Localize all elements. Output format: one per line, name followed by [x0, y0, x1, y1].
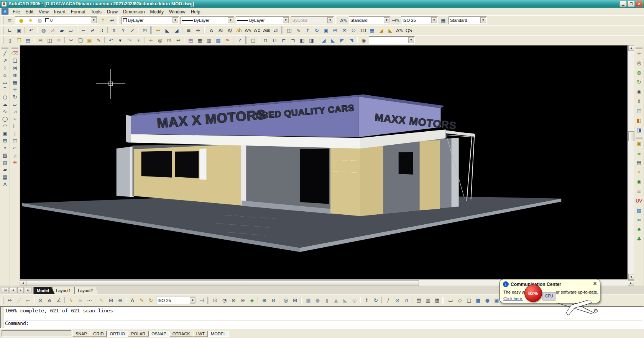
ucs-face-icon[interactable]: ▰	[58, 26, 66, 34]
multiline-text-icon[interactable]: A	[207, 26, 215, 34]
flat-shaded-icon[interactable]: ■	[474, 297, 482, 304]
cylinder-icon[interactable]: ▮	[322, 297, 331, 304]
region-mass-properties-icon[interactable]: ◢	[172, 26, 181, 34]
dropdown-arrow-icon[interactable]: ▼	[384, 17, 389, 23]
circle-icon[interactable]: ○	[1, 93, 9, 101]
toolbar-grip[interactable]	[203, 26, 205, 34]
text-style-combo[interactable]: Standard ▼	[349, 16, 390, 24]
top-view-icon[interactable]: ⊓	[261, 36, 269, 44]
find-and-replace-icon[interactable]: ab	[235, 26, 243, 34]
background-icon[interactable]: ▩	[635, 207, 643, 214]
ucs-world-icon[interactable]: ◍	[39, 26, 48, 34]
layer-lock-icon[interactable]: ◍	[35, 16, 44, 24]
area-icon[interactable]: ◣	[163, 26, 171, 34]
aligned-dimension-icon[interactable]: ⋰	[15, 297, 23, 304]
new-icon[interactable]: ▯	[5, 36, 14, 44]
open-icon[interactable]: ❐	[15, 36, 23, 44]
dimension-update-icon[interactable]: ↻	[146, 297, 155, 304]
text-style-icon[interactable]: A✎	[244, 26, 252, 34]
undo-icon[interactable]: ↶	[107, 36, 115, 44]
justify-text-icon[interactable]: A≡	[262, 26, 271, 34]
3d-mesh-icon[interactable]: ▦	[368, 26, 376, 34]
bottom-view-icon[interactable]: ⊔	[270, 36, 279, 44]
ucs-z-icon[interactable]: Z	[128, 26, 136, 34]
torus-icon[interactable]: ◎	[350, 297, 358, 304]
toolbar-grip[interactable]	[281, 26, 283, 34]
status-toggle-grid[interactable]: GRID	[90, 331, 107, 337]
convert-space-icon[interactable]: ⇄	[271, 26, 280, 34]
mapping-icon[interactable]: UV	[635, 197, 643, 204]
dropdown-arrow-icon[interactable]: ▼	[91, 17, 97, 23]
zoom-window-flyout-icon[interactable]: ⊡	[165, 36, 173, 44]
tab-layout2[interactable]: Layout2	[74, 287, 99, 294]
named-views-icon[interactable]: ▢	[249, 36, 257, 44]
text-style-manager-icon[interactable]: A✎	[339, 16, 348, 24]
paste-icon[interactable]: ▣	[85, 36, 94, 44]
toolbar-grip[interactable]	[2, 26, 3, 34]
landscape-new-icon[interactable]: ♠	[635, 226, 643, 233]
close-button[interactable]: ✕	[636, 1, 643, 7]
setup-profile-icon[interactable]: ▦	[433, 297, 441, 304]
camera-icon[interactable]: ◉	[359, 36, 368, 44]
command-window[interactable]: 100% complete, 621 of 621 scan lines Com…	[0, 306, 644, 328]
erase-icon[interactable]: ⌫	[11, 50, 19, 57]
dropdown-arrow-icon[interactable]: ▼	[228, 17, 233, 23]
ellipse-icon[interactable]: ◯	[1, 115, 9, 122]
sw-isometric-view-icon[interactable]: ◢	[319, 36, 328, 44]
quick-select-icon[interactable]: QS	[404, 26, 413, 34]
lights-icon[interactable]: ☀	[635, 168, 643, 176]
minimize-button[interactable]: ▁	[619, 1, 627, 7]
revolve-icon[interactable]: ↻	[312, 26, 321, 34]
toolbar-grip[interactable]	[2, 47, 8, 49]
horizontal-scroll-thumb[interactable]	[26, 280, 419, 286]
se-isometric-view-icon[interactable]: ◣	[329, 36, 337, 44]
status-toggle-snap[interactable]: SNAP	[72, 331, 90, 337]
sheet-set-manager-icon[interactable]: ▧	[214, 36, 222, 44]
swivel-camera-icon[interactable]: ◉	[635, 88, 643, 95]
zoom-previous-icon[interactable]: ↩	[174, 36, 182, 44]
toolbar-grip[interactable]	[12, 47, 18, 49]
zoom-object-icon[interactable]: ◈	[248, 297, 256, 304]
scale-text-icon[interactable]: A↕	[253, 26, 261, 34]
sphere-icon[interactable]: ●	[313, 297, 322, 304]
adjust-distance-icon[interactable]: ⇕	[635, 98, 643, 105]
color-combo[interactable]: ByLayer ▼	[122, 16, 179, 24]
scroll-down-icon[interactable]: ▼	[628, 274, 634, 280]
dropdown-arrow-icon[interactable]: ▼	[190, 297, 196, 304]
toolbar-grip[interactable]	[335, 16, 337, 24]
section-icon[interactable]: ⊘	[393, 297, 401, 304]
dim-style-combo[interactable]: ISO-25 ▼	[401, 16, 438, 24]
vertical-scroll-track[interactable]	[628, 51, 634, 274]
ucs-zaxis-icon[interactable]: Ƶ	[88, 26, 97, 34]
hatch-icon[interactable]: ▨	[1, 152, 9, 159]
3d-wireframe-icon[interactable]: ◇	[455, 297, 464, 304]
zoom-scale-icon[interactable]: ⊗	[229, 297, 238, 304]
pan-realtime-icon[interactable]: ✛	[146, 36, 155, 44]
toolbar-grip[interactable]	[2, 16, 3, 24]
menu-view[interactable]: View	[36, 8, 51, 15]
communication-center-tray-icon[interactable]: ⚙	[593, 308, 598, 314]
wedge-icon[interactable]: ◣	[341, 297, 349, 304]
menu-insert[interactable]: Insert	[51, 8, 68, 15]
ucs-icon[interactable]: ∟	[5, 26, 14, 34]
construction-line-icon[interactable]: ↗	[1, 57, 9, 64]
line-icon[interactable]: ╱	[1, 50, 9, 57]
layer-properties-manager-icon[interactable]: ≣	[5, 16, 14, 24]
linear-dimension-icon[interactable]: ↔	[5, 297, 14, 304]
zoom-out-icon[interactable]: ⊖	[269, 297, 278, 304]
quick-leader-icon[interactable]: ↖	[97, 297, 106, 304]
scroll-left-icon[interactable]: ◄	[20, 280, 26, 286]
materials-icon[interactable]: ◉	[635, 178, 643, 185]
right-view-icon[interactable]: ⊐	[289, 36, 297, 44]
layer-on-icon[interactable]: ●	[17, 16, 25, 24]
dropdown-arrow-icon[interactable]: ▼	[283, 17, 289, 23]
first-tab-icon[interactable]: |◂	[2, 287, 8, 293]
command-prompt[interactable]: Command:	[5, 320, 642, 327]
render-icon[interactable]: ▣	[635, 140, 643, 147]
cone-icon[interactable]: ▲	[332, 297, 340, 304]
ucs-named-icon[interactable]: ▣	[15, 26, 23, 34]
balloon-close-icon[interactable]: ✕	[593, 281, 597, 286]
toolbar-grip[interactable]	[117, 16, 119, 24]
polyline-icon[interactable]: ⌇	[1, 64, 9, 72]
ne-isometric-view-icon[interactable]: ◤	[338, 36, 346, 44]
